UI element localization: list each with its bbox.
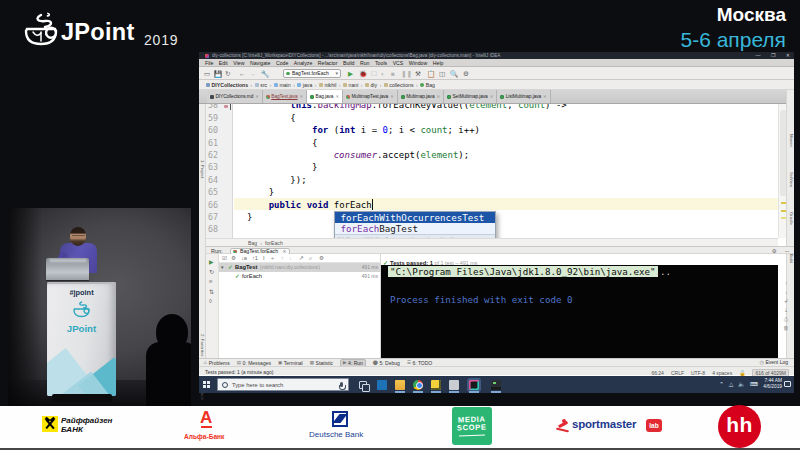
action-center-icon[interactable] [784, 381, 791, 387]
menu-item[interactable]: File [205, 60, 213, 66]
taskbar-terminal-icon[interactable] [491, 380, 501, 390]
debug-button[interactable]: 🐞 [359, 70, 367, 78]
hide-window-icon[interactable]: ─ [785, 248, 789, 254]
editor-tab[interactable]: BagTest.java ✕ [263, 90, 307, 103]
console-folded-text[interactable]: ... [649, 266, 671, 277]
lock-icon[interactable]: 🔓 [739, 370, 745, 376]
encoding[interactable]: UTF-8 [691, 370, 705, 376]
warning-stripe-mark[interactable] [781, 217, 786, 219]
close-button[interactable]: ✕ [786, 52, 790, 58]
tray-network-icon[interactable]: △ [729, 381, 733, 387]
coverage-icon[interactable]: ☐ [371, 70, 377, 78]
completion-item[interactable]: forEachBagTest [335, 223, 495, 234]
taskbar-app-store-icon[interactable] [377, 380, 387, 390]
clear-console-icon[interactable]: 🗑 [780, 325, 792, 334]
taskbar-chrome-icon[interactable] [413, 380, 423, 390]
settings-gear-icon[interactable]: ⚙ [463, 70, 469, 78]
layout-icon[interactable]: ◫ [439, 70, 445, 78]
taskbar-clock[interactable]: 7:44 AM 4/6/2019 [763, 378, 782, 390]
editor-tab[interactable]: Bag.java ✕ [307, 90, 343, 103]
tool-window-button[interactable]: ▤ 0: Messages [237, 360, 271, 366]
pin-icon[interactable]: ◊ [209, 298, 212, 304]
taskbar-search-input[interactable]: Type here to search [217, 378, 349, 391]
tab-close-icon[interactable]: ✕ [335, 94, 339, 99]
search-everywhere-icon[interactable]: 🔍 [450, 70, 458, 78]
completion-item[interactable]: forEachWithOccurrencesTest [335, 212, 495, 223]
breadcrumb[interactable]: collections › [384, 82, 420, 88]
tree-settings-icon[interactable]: ⚙ [231, 255, 236, 261]
menu-item[interactable]: Code [276, 60, 288, 66]
breadcrumb[interactable]: diy › [365, 82, 384, 88]
test-tree-row-method[interactable]: ✓ forEach 491 ms [219, 272, 381, 281]
soft-wrap-icon[interactable]: ↲ [780, 298, 792, 307]
tray-keyboard-icon[interactable]: ⌨ [750, 381, 758, 387]
breadcrumb[interactable]: Bag › [420, 82, 435, 88]
breadcrumb[interactable]: java › [297, 82, 319, 88]
run-tab-close-icon[interactable]: ✕ [283, 249, 287, 254]
tray-expand-icon[interactable]: ⌃ [719, 381, 724, 387]
breadcrumb[interactable]: DIYCollections › [206, 82, 255, 88]
sort-duration-icon[interactable]: ↑1 [252, 255, 258, 261]
settings-wrench-icon[interactable]: 🔧 [261, 70, 269, 78]
menu-item[interactable]: Edit [219, 60, 228, 66]
print-icon[interactable]: ⎙ [780, 316, 792, 325]
editor-scrollbar[interactable] [778, 104, 786, 238]
editor-tab[interactable]: SetMultimap.java ✕ [444, 90, 497, 103]
taskbar-eclipse-icon[interactable] [431, 380, 441, 390]
tool-window-button[interactable]: ⚠ Problems [203, 360, 230, 366]
tool-button-project[interactable]: 1: Project [200, 160, 205, 178]
tab-close-icon[interactable]: ✕ [543, 94, 547, 99]
sort-alpha-icon[interactable]: ↓a [241, 255, 247, 261]
editor-tab[interactable]: Multimap.java ✕ [398, 90, 444, 103]
microphone-icon[interactable] [340, 382, 343, 387]
expand-all-icon[interactable]: Ι [263, 255, 265, 261]
prev-failed-icon[interactable]: ↑ [281, 255, 284, 261]
stop-icon[interactable]: ■ [391, 70, 395, 78]
scroll-end-icon[interactable]: ⇣ [780, 307, 792, 316]
run-button[interactable]: ▶ [348, 70, 353, 78]
profiler-icon[interactable]: ◐ [381, 70, 385, 78]
menu-item[interactable]: Tools [375, 60, 387, 66]
tab-close-icon[interactable]: ✕ [436, 94, 440, 99]
collapse-all-icon[interactable]: ÷ [271, 255, 274, 261]
run-console[interactable]: "C:\Program Files\Java\jdk1.8.0_92\bin\j… [381, 265, 778, 358]
tab-close-icon[interactable]: ✕ [390, 94, 394, 99]
warning-stripe-mark[interactable] [781, 210, 786, 212]
menu-item[interactable]: Window [409, 60, 427, 66]
tool-window-button[interactable]: ▦ Statistic [310, 360, 333, 366]
pause-icon[interactable]: ❚❚ [401, 70, 412, 78]
menu-item[interactable]: View [233, 60, 244, 66]
indent-style[interactable]: 4 spaces [712, 370, 732, 376]
editor-tab[interactable]: DIYCollections.md ✕ [207, 90, 263, 103]
menu-item[interactable]: Analyze [294, 60, 312, 66]
menu-item[interactable]: Navigate [250, 60, 270, 66]
scrollbar-thumb[interactable] [780, 110, 787, 196]
save-icon[interactable]: 💾 [214, 70, 222, 78]
rerun-failed-icon[interactable]: ↻ [209, 268, 214, 275]
warning-stripe-mark[interactable] [781, 202, 786, 204]
breadcrumb[interactable]: src › [255, 82, 274, 88]
forward-icon[interactable]: → [249, 70, 256, 78]
test-history-icon[interactable]: ⇅ [209, 288, 214, 295]
rerun-icon[interactable]: ▶ [209, 258, 214, 265]
tab-close-icon[interactable]: ✕ [490, 94, 494, 99]
line-endings[interactable]: CRLF [671, 370, 684, 376]
up-stacktrace-icon[interactable]: ↑ [780, 280, 792, 289]
more-settings-icon[interactable]: ⚙ [319, 255, 324, 261]
tool-button-sciview[interactable]: SciView [789, 172, 794, 187]
sync-icon[interactable]: ↻ [225, 70, 230, 78]
next-failed-icon[interactable]: ↓ [289, 255, 292, 261]
caret-position[interactable]: 66:24 [651, 370, 664, 376]
zoom-icon[interactable]: ⌕ [309, 255, 312, 262]
down-stacktrace-icon[interactable]: ↓ [780, 289, 792, 298]
start-button[interactable] [203, 381, 210, 388]
hide-passed-icon[interactable]: ☑ [222, 255, 227, 261]
expand-arrow-icon[interactable]: ▾ [221, 263, 224, 272]
taskbar-intellij-icon[interactable] [469, 380, 479, 390]
open-icon[interactable]: ▭ [204, 70, 210, 78]
menu-item[interactable]: Help [433, 60, 444, 66]
test-tree-row-class[interactable]: ▾ ✓ BagTest (nikhil.nani.diy.collections… [219, 263, 381, 272]
back-icon[interactable]: ← [239, 70, 246, 78]
editor-tab[interactable]: MultimapTest.java ✕ [343, 90, 398, 103]
taskbar-file-explorer-icon[interactable] [395, 380, 405, 390]
